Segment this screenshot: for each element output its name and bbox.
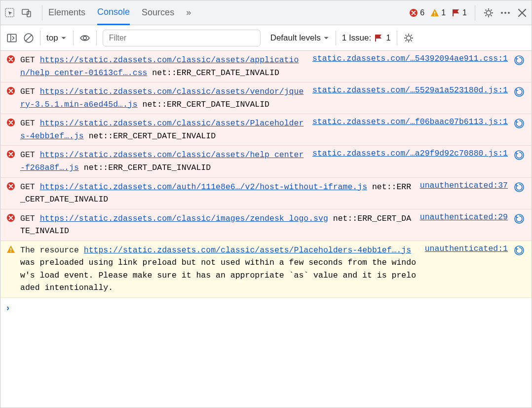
levels-label: Default levels	[270, 33, 321, 43]
replay-xhr-icon[interactable]	[514, 149, 526, 161]
replay-xhr-icon[interactable]	[514, 212, 526, 224]
replay-xhr-icon[interactable]	[514, 54, 526, 66]
devtools-tabs: Elements Console Sources »	[48, 0, 191, 25]
message-source: static.zdassets.com/…54392094ae911.css:1	[312, 54, 510, 63]
chevron-down-icon	[60, 35, 67, 41]
error-icon	[6, 54, 16, 64]
log-levels-selector[interactable]: Default levels	[270, 33, 330, 43]
filter-input[interactable]	[103, 30, 261, 46]
message-text: GET https://static.zdassets.com/auth/111…	[20, 181, 416, 206]
replay-xhr-icon[interactable]	[514, 181, 526, 193]
error-icon	[6, 212, 16, 222]
message-url[interactable]: https://static.zdassets.com/classic/asse…	[84, 245, 411, 255]
error-count: 6	[420, 8, 424, 17]
separator	[336, 31, 336, 45]
flag-count: 1	[462, 8, 467, 17]
source-link[interactable]: static.zdassets.com/…a29f9d92c70880.js:1	[312, 149, 508, 158]
console-message: GET https://static.zdassets.com/auth/111…	[0, 178, 532, 209]
message-source: static.zdassets.com/…f06baac07b6113.js:1	[312, 117, 510, 126]
message-source: static.zdassets.com/…a29f9d92c70880.js:1	[312, 149, 510, 158]
devtools-tabbar: Elements Console Sources » 6 1 1	[0, 0, 532, 25]
kebab-menu-icon[interactable]	[500, 7, 511, 18]
message-prefix: GET	[20, 150, 35, 160]
device-toolbar-icon[interactable]	[21, 7, 32, 18]
close-devtools-icon[interactable]	[517, 7, 528, 18]
console-message: GET https://static.zdassets.com/classic/…	[0, 82, 532, 114]
message-prefix: GET	[20, 55, 35, 65]
console-messages[interactable]: GET https://static.zdassets.com/classic/…	[0, 51, 532, 408]
error-icon	[6, 85, 16, 95]
source-link[interactable]: unauthenticated:1	[425, 244, 508, 253]
message-text: GET https://static.zdassets.com/classic/…	[20, 85, 308, 111]
console-message: GET https://static.zdassets.com/classic/…	[0, 114, 532, 146]
source-link[interactable]: static.zdassets.com/…f06baac07b6113.js:1	[312, 117, 508, 126]
error-icon	[6, 181, 16, 191]
tab-sources[interactable]: Sources	[142, 0, 174, 25]
message-text: GET https://static.zdassets.com/classic/…	[20, 212, 416, 238]
replay-xhr-icon[interactable]	[514, 244, 526, 256]
tab-more[interactable]: »	[186, 0, 191, 25]
tab-elements[interactable]: Elements	[48, 0, 85, 25]
separator	[397, 31, 397, 45]
warning-icon	[6, 244, 16, 254]
message-text: GET https://static.zdassets.com/classic/…	[20, 54, 308, 79]
console-message: GET https://static.zdassets.com/classic/…	[0, 51, 532, 82]
source-link[interactable]: unauthenticated:37	[420, 181, 508, 190]
message-suffix: net::ERR_CERT_DATE_INVALID	[147, 68, 279, 78]
warning-count: 1	[441, 8, 446, 17]
separator	[96, 31, 97, 45]
message-prefix: GET	[20, 119, 35, 128]
replay-xhr-icon[interactable]	[514, 85, 526, 97]
message-source: unauthenticated:37	[420, 181, 510, 190]
console-settings-icon[interactable]	[403, 33, 414, 43]
context-selector[interactable]: top	[46, 33, 67, 43]
flag-icon	[374, 34, 383, 42]
message-prefix: The resource	[20, 245, 84, 255]
live-expression-icon[interactable]	[79, 33, 90, 43]
chevron-down-icon	[323, 35, 330, 41]
message-source: unauthenticated:29	[420, 212, 510, 222]
message-url[interactable]: https://static.zdassets.com/classic/imag…	[40, 214, 328, 223]
error-counter[interactable]: 6	[409, 8, 424, 17]
message-suffix: net::ERR_CERT_DATE_INVALID	[84, 131, 216, 141]
message-source: static.zdassets.com/…5529a1a523180d.js:1	[312, 85, 510, 95]
context-label: top	[46, 33, 58, 43]
console-message: The resource https://static.zdassets.com…	[0, 241, 532, 298]
warning-counter[interactable]: 1	[430, 8, 446, 17]
issues-flag-count: 1	[386, 33, 390, 43]
tab-console[interactable]: Console	[97, 0, 130, 25]
source-link[interactable]: static.zdassets.com/…5529a1a523180d.js:1	[312, 85, 508, 95]
error-icon	[6, 117, 16, 127]
message-prefix: GET	[20, 87, 35, 96]
issues-indicator[interactable]: 1 Issue: 1	[342, 33, 391, 43]
issue-flag-counter[interactable]: 1	[452, 8, 467, 17]
separator	[475, 5, 475, 20]
message-suffix: net::ERR_CERT_DATE_INVALID	[79, 163, 211, 172]
replay-xhr-icon[interactable]	[514, 117, 526, 129]
message-text: The resource https://static.zdassets.com…	[20, 244, 421, 294]
source-link[interactable]: unauthenticated:29	[420, 212, 508, 222]
prompt-icon: ›	[6, 303, 9, 313]
console-input-row[interactable]: ›	[0, 298, 532, 318]
message-text: GET https://static.zdassets.com/classic/…	[20, 117, 308, 142]
message-prefix: GET	[20, 214, 35, 223]
message-suffix: was preloaded using link preload but not…	[20, 258, 416, 292]
separator	[42, 5, 42, 20]
source-link[interactable]: static.zdassets.com/…54392094ae911.css:1	[312, 54, 508, 63]
separator	[73, 31, 74, 45]
console-toolbar: top Default levels 1 Issue: 1	[0, 25, 532, 51]
console-message: GET https://static.zdassets.com/classic/…	[0, 146, 532, 177]
error-icon	[6, 149, 16, 159]
issues-label: 1 Issue:	[342, 33, 372, 43]
message-source: unauthenticated:1	[425, 244, 510, 253]
message-prefix: GET	[20, 182, 35, 192]
separator	[40, 31, 40, 45]
flag-icon	[452, 8, 460, 17]
inspect-icon[interactable]	[4, 7, 15, 18]
message-url[interactable]: https://static.zdassets.com/auth/111e8e6…	[40, 182, 367, 192]
toggle-sidebar-icon[interactable]	[6, 33, 17, 43]
clear-console-icon[interactable]	[23, 33, 34, 43]
warning-icon	[430, 8, 439, 17]
message-text: GET https://static.zdassets.com/classic/…	[20, 149, 308, 174]
settings-icon[interactable]	[483, 7, 494, 18]
